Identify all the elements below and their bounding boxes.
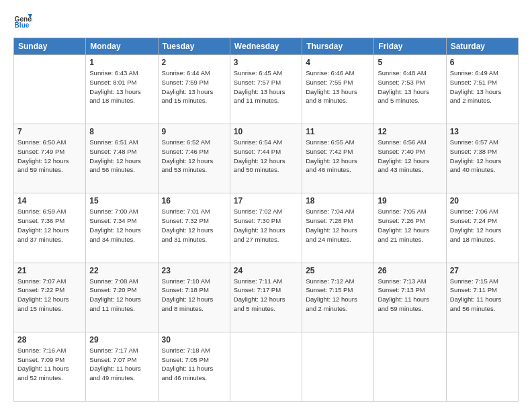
day-info: Sunrise: 7:10 AM Sunset: 7:18 PM Dayligh…	[162, 277, 226, 314]
day-number: 5	[378, 58, 442, 67]
day-info: Sunrise: 6:48 AM Sunset: 7:53 PM Dayligh…	[378, 68, 442, 105]
day-number: 29	[89, 335, 154, 345]
day-number: 3	[234, 58, 298, 67]
day-number: 7	[17, 127, 82, 136]
day-number: 13	[450, 127, 515, 136]
day-info: Sunrise: 6:44 AM Sunset: 7:59 PM Dayligh…	[162, 68, 226, 105]
day-number: 28	[17, 335, 82, 345]
calendar-cell	[374, 332, 446, 401]
day-number: 21	[17, 266, 82, 275]
calendar-cell: 13Sunrise: 6:57 AM Sunset: 7:38 PM Dayli…	[446, 124, 518, 193]
day-info: Sunrise: 7:04 AM Sunset: 7:28 PM Dayligh…	[306, 207, 370, 244]
calendar-cell: 23Sunrise: 7:10 AM Sunset: 7:18 PM Dayli…	[158, 263, 230, 332]
calendar-cell: 15Sunrise: 7:00 AM Sunset: 7:34 PM Dayli…	[86, 193, 158, 263]
day-info: Sunrise: 7:02 AM Sunset: 7:30 PM Dayligh…	[234, 207, 298, 244]
day-number: 6	[450, 58, 515, 67]
day-number: 15	[89, 196, 154, 205]
day-number: 23	[162, 266, 226, 275]
day-of-week-tuesday: Tuesday	[158, 38, 230, 55]
day-info: Sunrise: 7:16 AM Sunset: 7:09 PM Dayligh…	[17, 346, 82, 383]
day-number: 18	[306, 196, 370, 205]
day-number: 16	[162, 196, 226, 205]
day-number: 12	[378, 127, 442, 136]
day-info: Sunrise: 7:15 AM Sunset: 7:11 PM Dayligh…	[450, 277, 515, 314]
day-number: 2	[162, 58, 226, 67]
day-number: 22	[89, 266, 154, 275]
day-number: 25	[306, 266, 370, 275]
day-info: Sunrise: 7:18 AM Sunset: 7:05 PM Dayligh…	[162, 346, 226, 383]
day-info: Sunrise: 7:01 AM Sunset: 7:32 PM Dayligh…	[162, 207, 226, 244]
calendar-cell	[14, 55, 86, 124]
day-number: 8	[89, 127, 154, 136]
day-info: Sunrise: 6:55 AM Sunset: 7:42 PM Dayligh…	[306, 138, 370, 175]
calendar-cell: 27Sunrise: 7:15 AM Sunset: 7:11 PM Dayli…	[446, 263, 518, 332]
day-of-week-thursday: Thursday	[302, 38, 374, 55]
calendar-week-row: 21Sunrise: 7:07 AM Sunset: 7:22 PM Dayli…	[14, 263, 519, 332]
day-info: Sunrise: 6:54 AM Sunset: 7:44 PM Dayligh…	[234, 138, 298, 175]
calendar-cell: 6Sunrise: 6:49 AM Sunset: 7:51 PM Daylig…	[446, 55, 518, 124]
calendar-cell: 25Sunrise: 7:12 AM Sunset: 7:15 PM Dayli…	[302, 263, 374, 332]
calendar-cell: 19Sunrise: 7:05 AM Sunset: 7:26 PM Dayli…	[374, 193, 446, 263]
day-number: 30	[162, 335, 226, 345]
calendar-cell: 7Sunrise: 6:50 AM Sunset: 7:49 PM Daylig…	[14, 124, 86, 193]
day-number: 17	[234, 196, 298, 205]
calendar-cell: 26Sunrise: 7:13 AM Sunset: 7:13 PM Dayli…	[374, 263, 446, 332]
day-info: Sunrise: 7:08 AM Sunset: 7:20 PM Dayligh…	[89, 277, 154, 314]
day-number: 27	[450, 266, 515, 275]
calendar-cell: 30Sunrise: 7:18 AM Sunset: 7:05 PM Dayli…	[158, 332, 230, 401]
calendar-cell: 9Sunrise: 6:52 AM Sunset: 7:46 PM Daylig…	[158, 124, 230, 193]
calendar-cell: 4Sunrise: 6:46 AM Sunset: 7:55 PM Daylig…	[302, 55, 374, 124]
day-info: Sunrise: 7:17 AM Sunset: 7:07 PM Dayligh…	[89, 346, 154, 383]
day-info: Sunrise: 6:46 AM Sunset: 7:55 PM Dayligh…	[306, 68, 370, 105]
day-number: 10	[234, 127, 298, 136]
day-number: 24	[234, 266, 298, 275]
day-of-week-saturday: Saturday	[446, 38, 518, 55]
day-info: Sunrise: 6:45 AM Sunset: 7:57 PM Dayligh…	[234, 68, 298, 105]
day-number: 20	[450, 196, 515, 205]
calendar-cell: 20Sunrise: 7:06 AM Sunset: 7:24 PM Dayli…	[446, 193, 518, 263]
day-info: Sunrise: 6:49 AM Sunset: 7:51 PM Dayligh…	[450, 68, 515, 105]
calendar-cell: 11Sunrise: 6:55 AM Sunset: 7:42 PM Dayli…	[302, 124, 374, 193]
day-info: Sunrise: 6:52 AM Sunset: 7:46 PM Dayligh…	[162, 138, 226, 175]
day-of-week-wednesday: Wednesday	[230, 38, 302, 55]
calendar-week-row: 14Sunrise: 6:59 AM Sunset: 7:36 PM Dayli…	[14, 193, 519, 263]
calendar-cell	[302, 332, 374, 401]
day-info: Sunrise: 6:43 AM Sunset: 8:01 PM Dayligh…	[89, 68, 154, 105]
day-info: Sunrise: 6:57 AM Sunset: 7:38 PM Dayligh…	[450, 138, 515, 175]
day-number: 9	[162, 127, 226, 136]
day-of-week-sunday: Sunday	[14, 38, 86, 55]
day-info: Sunrise: 7:11 AM Sunset: 7:17 PM Dayligh…	[234, 277, 298, 314]
calendar-cell: 22Sunrise: 7:08 AM Sunset: 7:20 PM Dayli…	[86, 263, 158, 332]
calendar-week-row: 7Sunrise: 6:50 AM Sunset: 7:49 PM Daylig…	[14, 124, 519, 193]
calendar-cell: 8Sunrise: 6:51 AM Sunset: 7:48 PM Daylig…	[86, 124, 158, 193]
calendar-cell: 28Sunrise: 7:16 AM Sunset: 7:09 PM Dayli…	[14, 332, 86, 401]
day-number: 11	[306, 127, 370, 136]
calendar-cell: 17Sunrise: 7:02 AM Sunset: 7:30 PM Dayli…	[230, 193, 302, 263]
calendar-cell: 2Sunrise: 6:44 AM Sunset: 7:59 PM Daylig…	[158, 55, 230, 124]
calendar-cell: 5Sunrise: 6:48 AM Sunset: 7:53 PM Daylig…	[374, 55, 446, 124]
day-info: Sunrise: 6:51 AM Sunset: 7:48 PM Dayligh…	[89, 138, 154, 175]
day-of-week-friday: Friday	[374, 38, 446, 55]
svg-text:Blue: Blue	[15, 21, 30, 29]
calendar-cell: 29Sunrise: 7:17 AM Sunset: 7:07 PM Dayli…	[86, 332, 158, 401]
calendar-cell	[446, 332, 518, 401]
day-number: 1	[89, 58, 154, 67]
calendar-cell: 21Sunrise: 7:07 AM Sunset: 7:22 PM Dayli…	[14, 263, 86, 332]
day-info: Sunrise: 6:59 AM Sunset: 7:36 PM Dayligh…	[17, 207, 82, 244]
calendar-cell: 16Sunrise: 7:01 AM Sunset: 7:32 PM Dayli…	[158, 193, 230, 263]
day-number: 4	[306, 58, 370, 67]
day-number: 19	[378, 196, 442, 205]
day-of-week-monday: Monday	[86, 38, 158, 55]
day-info: Sunrise: 7:05 AM Sunset: 7:26 PM Dayligh…	[378, 207, 442, 244]
calendar-cell	[230, 332, 302, 401]
day-info: Sunrise: 6:50 AM Sunset: 7:49 PM Dayligh…	[17, 138, 82, 175]
day-info: Sunrise: 7:00 AM Sunset: 7:34 PM Dayligh…	[89, 207, 154, 244]
day-info: Sunrise: 7:06 AM Sunset: 7:24 PM Dayligh…	[450, 207, 515, 244]
calendar-cell: 14Sunrise: 6:59 AM Sunset: 7:36 PM Dayli…	[14, 193, 86, 263]
calendar-cell: 18Sunrise: 7:04 AM Sunset: 7:28 PM Dayli…	[302, 193, 374, 263]
day-info: Sunrise: 6:56 AM Sunset: 7:40 PM Dayligh…	[378, 138, 442, 175]
day-info: Sunrise: 7:12 AM Sunset: 7:15 PM Dayligh…	[306, 277, 370, 314]
calendar-cell: 24Sunrise: 7:11 AM Sunset: 7:17 PM Dayli…	[230, 263, 302, 332]
day-number: 14	[17, 196, 82, 205]
calendar-week-row: 28Sunrise: 7:16 AM Sunset: 7:09 PM Dayli…	[14, 332, 519, 401]
